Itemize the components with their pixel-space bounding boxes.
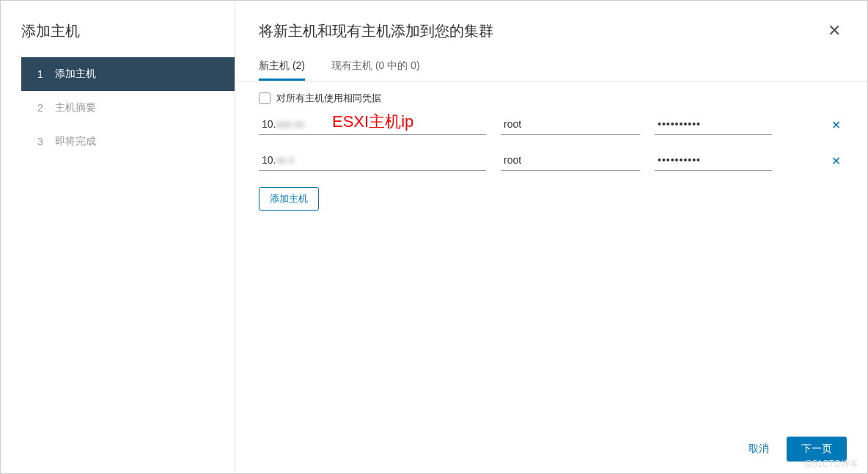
step-ready-complete: 3 即将完成	[21, 125, 235, 158]
host-ip-input[interactable]: 10.xxx xx ESXI主机ip	[259, 115, 486, 135]
same-credentials-checkbox[interactable]	[259, 92, 271, 104]
step-number: 2	[37, 102, 46, 114]
form-area: 对所有主机使用相同凭据 10.xxx xx ESXI主机ip root ••••…	[235, 81, 867, 425]
main-title: 将新主机和现有主机添加到您的集群	[259, 21, 493, 41]
host-user-input[interactable]: root	[501, 115, 640, 135]
host-tabs: 新主机 (2) 现有主机 (0 中的 0)	[235, 49, 867, 81]
main-panel: 将新主机和现有主机添加到您的集群 ✕ 新主机 (2) 现有主机 (0 中的 0)…	[235, 1, 867, 473]
wizard-sidebar: 添加主机 1 添加主机 2 主机摘要 3 即将完成	[1, 1, 235, 473]
step-label: 添加主机	[55, 68, 96, 81]
step-number: 1	[37, 68, 46, 80]
step-label: 即将完成	[55, 135, 96, 148]
dialog-footer: 取消 下一页	[235, 425, 867, 473]
step-host-summary: 2 主机摘要	[21, 91, 235, 125]
tab-existing-hosts[interactable]: 现有主机 (0 中的 0)	[331, 59, 420, 81]
cancel-button[interactable]: 取消	[749, 442, 769, 456]
main-header: 将新主机和现有主机添加到您的集群 ✕	[235, 1, 867, 49]
wizard-steps: 1 添加主机 2 主机摘要 3 即将完成	[1, 57, 235, 158]
host-password-input[interactable]: ••••••••••	[655, 151, 772, 171]
same-credentials-label: 对所有主机使用相同凭据	[276, 92, 381, 105]
add-host-button[interactable]: 添加主机	[259, 187, 319, 211]
remove-row-icon[interactable]: ✕	[828, 115, 844, 135]
step-number: 3	[37, 136, 46, 147]
remove-row-icon[interactable]: ✕	[828, 151, 844, 171]
host-row: 10.xxx xx ESXI主机ip root •••••••••• ✕	[259, 115, 844, 135]
add-host-dialog: 添加主机 1 添加主机 2 主机摘要 3 即将完成 将新主机和现有主机添加到您的…	[1, 1, 867, 473]
close-icon[interactable]: ✕	[825, 20, 844, 42]
host-ip-input[interactable]: 10.xx x	[259, 151, 486, 171]
host-user-input[interactable]: root	[501, 151, 640, 171]
same-credentials-row: 对所有主机使用相同凭据	[259, 87, 844, 115]
sidebar-title: 添加主机	[1, 1, 235, 57]
host-password-input[interactable]: ••••••••••	[655, 115, 772, 135]
step-add-host[interactable]: 1 添加主机	[21, 57, 235, 91]
tab-new-hosts[interactable]: 新主机 (2)	[259, 59, 305, 81]
step-label: 主机摘要	[55, 101, 96, 114]
next-button[interactable]: 下一页	[787, 437, 847, 462]
host-row: 10.xx x root •••••••••• ✕	[259, 151, 844, 171]
